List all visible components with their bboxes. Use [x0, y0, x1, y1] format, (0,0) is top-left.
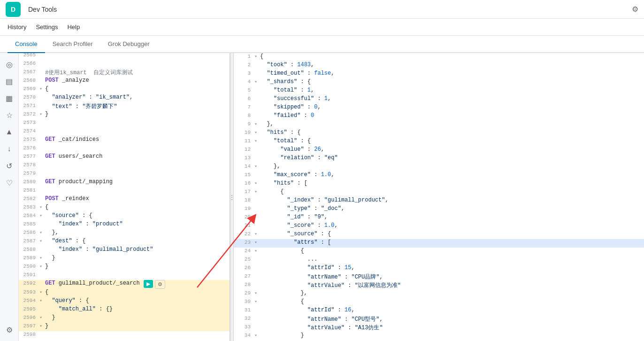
fold-icon[interactable]: ▾: [254, 138, 260, 144]
tab-search-profiler[interactable]: Search Profiler: [45, 36, 100, 53]
fold-icon[interactable]: [39, 128, 45, 133]
line-number: 12: [236, 146, 254, 152]
fold-icon[interactable]: [39, 69, 45, 74]
fold-icon[interactable]: ▾: [39, 255, 45, 261]
fold-icon[interactable]: [39, 53, 45, 57]
tab-console[interactable]: Console: [8, 36, 45, 53]
fold-icon[interactable]: [254, 256, 260, 262]
fold-icon[interactable]: [254, 197, 260, 202]
panel-divider[interactable]: [230, 53, 234, 341]
fold-icon[interactable]: [254, 315, 260, 321]
fold-icon[interactable]: ▾: [39, 111, 45, 117]
sidebar-icon-6[interactable]: ↓: [2, 141, 17, 156]
fold-icon[interactable]: [254, 307, 260, 312]
menu-help[interactable]: Help: [67, 23, 80, 31]
right-code-line: 28 "attrValue" : "以富网信息为准": [234, 281, 644, 290]
fold-icon[interactable]: ▾: [39, 314, 45, 320]
fold-icon[interactable]: [254, 273, 260, 279]
fold-icon[interactable]: ▾: [39, 323, 45, 329]
menu-history[interactable]: History: [8, 23, 26, 31]
fold-icon[interactable]: [39, 271, 45, 277]
code-content: },: [260, 163, 280, 170]
fold-icon[interactable]: ▾: [39, 263, 45, 269]
fold-icon[interactable]: ▾: [254, 129, 260, 135]
fold-icon[interactable]: ▾: [254, 231, 260, 237]
fold-icon[interactable]: [39, 162, 45, 167]
fold-icon[interactable]: [254, 87, 260, 93]
fold-icon[interactable]: ▾: [254, 53, 260, 59]
code-content: "analyzer" : "ik_smart",: [45, 94, 133, 101]
right-code-line: 3 "timed_out" : false,: [234, 70, 644, 78]
fold-icon[interactable]: [39, 102, 45, 108]
fold-icon[interactable]: [39, 136, 45, 142]
line-number: 2576: [21, 145, 39, 151]
fold-icon[interactable]: [39, 60, 45, 66]
fold-icon[interactable]: [39, 178, 45, 184]
fold-icon[interactable]: [39, 153, 45, 159]
fold-icon[interactable]: [254, 205, 260, 211]
fold-icon[interactable]: ▾: [39, 289, 45, 295]
fold-icon[interactable]: [254, 264, 260, 270]
fold-icon[interactable]: ▾: [39, 297, 45, 303]
fold-icon[interactable]: [39, 145, 45, 150]
fold-icon[interactable]: [39, 246, 45, 252]
fold-icon[interactable]: ▾: [39, 229, 45, 235]
gear-icon[interactable]: ⚙: [632, 5, 638, 14]
sidebar-icon-7[interactable]: ↺: [2, 158, 17, 173]
fold-icon[interactable]: [39, 119, 45, 125]
fold-icon[interactable]: [254, 146, 260, 152]
code-content: ...: [260, 256, 317, 263]
fold-icon[interactable]: ▾: [254, 78, 260, 85]
fold-icon[interactable]: [254, 70, 260, 76]
left-code-line: 2567 #使用ik_smart 自定义词库测试: [19, 69, 230, 77]
menu-settings[interactable]: Settings: [36, 23, 58, 31]
line-number: 21: [236, 222, 254, 228]
fold-icon[interactable]: ▾: [254, 180, 260, 186]
run-button[interactable]: ▶: [144, 280, 153, 288]
fold-icon[interactable]: [39, 187, 45, 193]
line-number: 2584: [21, 212, 39, 218]
sidebar-icon-5[interactable]: ▲: [2, 124, 17, 140]
fold-icon[interactable]: [39, 221, 45, 226]
fold-icon[interactable]: [39, 331, 45, 337]
sidebar-icon-1[interactable]: ◎: [2, 57, 17, 72]
fold-icon[interactable]: [254, 281, 260, 287]
fold-icon[interactable]: ▾: [39, 204, 45, 210]
fold-icon[interactable]: ▾: [254, 332, 260, 338]
sidebar-icon-2[interactable]: ▤: [2, 74, 17, 89]
fold-icon[interactable]: ▾: [254, 121, 260, 127]
fold-icon[interactable]: ▾: [39, 238, 45, 244]
fold-icon[interactable]: ▾: [254, 239, 260, 245]
request-settings-button[interactable]: ⚙: [155, 280, 165, 289]
fold-icon[interactable]: ▾: [254, 248, 260, 254]
fold-icon[interactable]: [254, 171, 260, 177]
fold-icon[interactable]: ▾: [254, 298, 260, 304]
fold-icon[interactable]: [39, 77, 45, 83]
fold-icon[interactable]: [254, 62, 260, 67]
sidebar-icon-settings[interactable]: ⚙: [2, 322, 17, 337]
left-code-line: 2594▾ "query" : {: [19, 297, 230, 306]
fold-icon[interactable]: ▾: [254, 163, 260, 169]
fold-icon[interactable]: ▾: [39, 212, 45, 218]
line-number: 15: [236, 171, 254, 178]
fold-icon[interactable]: [254, 222, 260, 228]
fold-icon[interactable]: [254, 214, 260, 219]
fold-icon[interactable]: [39, 195, 45, 201]
fold-icon[interactable]: [254, 104, 260, 109]
fold-icon[interactable]: [39, 306, 45, 311]
sidebar-icon-3[interactable]: ▦: [2, 91, 17, 106]
fold-icon[interactable]: [254, 324, 260, 329]
fold-icon[interactable]: [39, 280, 45, 286]
fold-icon[interactable]: [254, 112, 260, 118]
fold-icon[interactable]: ▾: [254, 188, 260, 194]
fold-icon[interactable]: ▾: [39, 85, 45, 92]
fold-icon[interactable]: ▾: [254, 290, 260, 296]
sidebar-icon-4[interactable]: ☆: [2, 108, 17, 123]
code-content: "source" : {: [45, 212, 92, 219]
fold-icon[interactable]: [254, 95, 260, 101]
fold-icon[interactable]: [39, 170, 45, 176]
fold-icon[interactable]: [39, 94, 45, 100]
fold-icon[interactable]: [254, 155, 260, 160]
sidebar-icon-8[interactable]: ♡: [2, 175, 17, 190]
tab-grok-debugger[interactable]: Grok Debugger: [100, 36, 157, 53]
